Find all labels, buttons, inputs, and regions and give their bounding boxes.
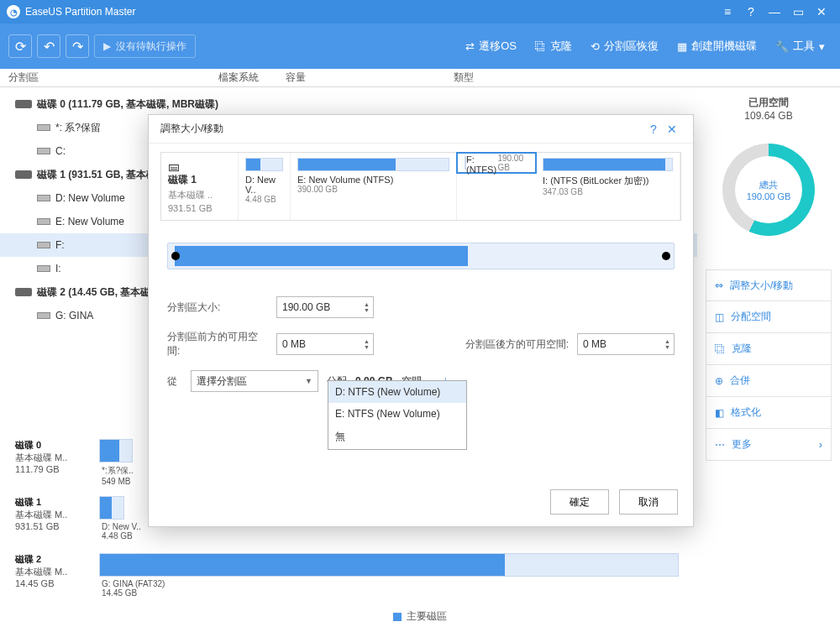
tools-button[interactable]: 🔧工具▾	[769, 39, 832, 54]
disk-type: 基本磁碟 M..	[15, 567, 67, 577]
seg-name: *:系?保..	[102, 466, 134, 475]
wrench-icon: 🔧	[775, 40, 789, 53]
partition-name: I: (NTFS (BitLocker 加密))	[543, 175, 673, 187]
cancel-button[interactable]: 取消	[619, 489, 678, 515]
ok-button[interactable]: 確定	[550, 489, 609, 515]
op-merge[interactable]: ⊕合併	[706, 365, 832, 397]
disk-0-node[interactable]: 磁碟 0 (111.79 GB, 基本磁碟, MBR磁碟)	[0, 92, 697, 116]
total-label: 總共	[759, 179, 778, 191]
spinner-arrows-icon[interactable]: ▲▼	[664, 338, 670, 350]
partition-size-label: 分割區大小:	[167, 300, 268, 315]
app-title: EaseUS Partition Master	[25, 6, 135, 18]
title-bar: ◔ EaseUS Partition Master ≡ ? — ▭ ✕	[0, 0, 840, 24]
partition-size: 390.00 GB	[297, 185, 449, 194]
space-before-input[interactable]: 0 MB▲▼	[276, 333, 374, 355]
undo-button[interactable]: ↶	[37, 34, 60, 58]
dropdown-option-d[interactable]: D: NTFS (New Volume)	[328, 381, 466, 403]
used-space-value: 109.64 GB	[744, 110, 792, 122]
resize-slider[interactable]	[167, 243, 675, 269]
chevron-right-icon: ›	[819, 438, 822, 451]
close-button[interactable]: ✕	[810, 0, 833, 24]
help-button[interactable]: ?	[739, 0, 763, 24]
partition-segment[interactable]: G: GINA (FAT32)14.45 GB	[99, 553, 679, 577]
operations-panel: ⇔調整大小/移動 ◫分配空間 ⿻克隆 ⊕合併 ◧格式化 ⋯更多›	[706, 269, 832, 461]
partition-segment[interactable]: D: New V..4.48 GB	[99, 496, 124, 520]
space-after-input[interactable]: 0 MB▲▼	[577, 333, 675, 355]
partition-cell-d[interactable]: D: New V..4.48 GB	[239, 153, 291, 220]
op-clone[interactable]: ⿻克隆	[706, 333, 832, 365]
seg-size: 549 MB	[102, 477, 130, 486]
partition-segment[interactable]: *:系?保..549 MB	[99, 439, 133, 462]
bootable-media-button[interactable]: ▦創建開機磁碟	[670, 39, 764, 54]
alloc-icon: ◫	[715, 311, 724, 323]
from-label: 從	[167, 374, 182, 389]
clone-label: 克隆	[550, 39, 572, 54]
clone-button[interactable]: ⿻克隆	[528, 39, 579, 54]
disk-2-label: 磁碟 2 (14.45 GB, 基本磁	[37, 285, 150, 300]
dropdown-arrow-icon: ▾	[819, 40, 825, 53]
col-partition: 分割區	[8, 71, 218, 85]
seg-name: G: GINA (FAT32)	[102, 579, 165, 588]
recovery-icon: ⟲	[591, 40, 600, 53]
right-panel: 已用空間109.64 GB 總共190.00 GB ⇔調整大小/移動 ◫分配空間…	[697, 87, 840, 616]
disk-size: 931.51 GB	[15, 521, 60, 531]
refresh-button[interactable]: ⟳	[8, 34, 32, 58]
migrate-os-button[interactable]: ⇄遷移OS	[459, 39, 523, 54]
bootable-label: 創建開機磁碟	[691, 39, 757, 54]
menu-bar: ⟳ ↶ ↷ ▶沒有待執行操作 ⇄遷移OS ⿻克隆 ⟲分割區恢復 ▦創建開機磁碟 …	[0, 24, 840, 69]
partition-cell-f[interactable]: F: (NTFS)190.00 GB	[456, 152, 537, 174]
chevron-down-icon: ▼	[305, 377, 312, 385]
op-resize-move[interactable]: ⇔調整大小/移動	[706, 269, 832, 301]
migrate-os-label: 遷移OS	[479, 39, 517, 54]
minimize-button[interactable]: —	[763, 0, 786, 24]
partition-size: 4.48 GB	[245, 195, 283, 204]
seg-name: D: New V..	[102, 522, 141, 531]
dialog-help-icon[interactable]: ?	[644, 123, 663, 136]
dropdown-option-e[interactable]: E: NTFS (New Volume)	[328, 403, 466, 425]
partition-name: F: (NTFS)	[466, 154, 497, 175]
disk-info-cell: 🖴 磁碟 1 基本磁碟 .. 931.51 GB	[161, 153, 239, 220]
op-label: 格式化	[731, 405, 761, 420]
disk-1-label: 磁碟 1 (931.51 GB, 基本磁	[37, 168, 156, 182]
disk-type: 基本磁碟 M..	[15, 452, 67, 462]
partition-size-input[interactable]: 190.00 GB▲▼	[276, 296, 374, 318]
op-label: 更多	[732, 437, 752, 452]
maximize-button[interactable]: ▭	[786, 0, 810, 24]
from-partition-select[interactable]: 選擇分割區▼	[191, 370, 318, 392]
before-value: 0 MB	[282, 338, 368, 350]
partition-label: *: 系?保留	[55, 121, 101, 135]
disk-size: 111.79 GB	[15, 464, 60, 474]
dialog-close-icon[interactable]: ✕	[663, 123, 681, 136]
slider-handle-left[interactable]	[171, 252, 180, 260]
disk-size: 931.51 GB	[168, 203, 231, 213]
partition-icon	[37, 195, 50, 201]
clone-icon: ⿻	[535, 40, 546, 53]
seg-size: 4.48 GB	[102, 531, 133, 541]
op-label: 分配空間	[731, 310, 771, 324]
play-icon: ▶	[103, 40, 111, 52]
partition-cell-i[interactable]: I: (NTFS (BitLocker 加密))347.03 GB	[536, 153, 680, 220]
disk-type: 基本磁碟 M..	[15, 509, 67, 520]
redo-button[interactable]: ↷	[66, 34, 89, 58]
disk-size: 14.45 GB	[15, 578, 54, 588]
total-value: 190.00 GB	[747, 191, 791, 201]
spinner-arrows-icon[interactable]: ▲▼	[364, 338, 370, 350]
op-allocate-space[interactable]: ◫分配空間	[706, 301, 832, 333]
partition-cell-e[interactable]: E: New Volume (NTFS)390.00 GB	[291, 153, 457, 220]
col-capacity: 容量	[286, 71, 454, 85]
spinner-arrows-icon[interactable]: ▲▼	[364, 301, 370, 313]
partition-label: C:	[55, 145, 66, 157]
partition-dropdown: D: NTFS (New Volume) E: NTFS (New Volume…	[328, 380, 467, 450]
op-label: 調整大小/移動	[730, 279, 793, 293]
partition-name: D: New V..	[245, 175, 283, 195]
op-format[interactable]: ◧格式化	[706, 397, 832, 429]
col-filesystem: 檔案系統	[218, 71, 286, 85]
partition-recovery-button[interactable]: ⟲分割區恢復	[584, 39, 665, 54]
partition-label: E: New Volume	[55, 216, 124, 227]
disk-2-bar-row: 磁碟 2基本磁碟 M..14.45 GB G: GINA (FAT32)14.4…	[15, 553, 687, 588]
partition-icon	[37, 124, 50, 131]
op-more[interactable]: ⋯更多›	[706, 429, 832, 461]
window-menu-button[interactable]: ≡	[716, 0, 739, 24]
slider-handle-right[interactable]	[662, 252, 670, 260]
dropdown-option-none[interactable]: 無	[328, 425, 466, 449]
